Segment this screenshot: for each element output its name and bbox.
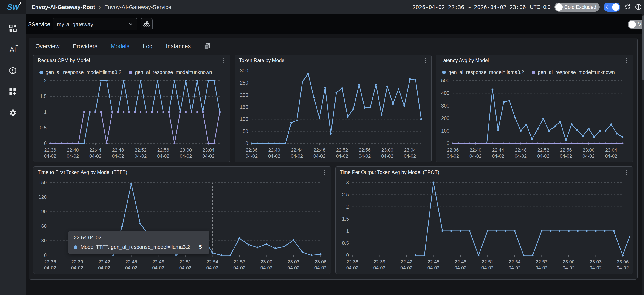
svg-text:04-02: 04-02 [336,153,348,159]
legend-dot-icon [442,70,446,74]
svg-text:22:57: 22:57 [234,259,245,265]
svg-text:200: 200 [240,92,248,98]
line-chart[interactable]: 010020030040050022:3604-0222:4004-0222:4… [439,77,630,161]
tab-providers[interactable]: Providers [73,43,98,50]
tab-bar: Overview Providers Models Log Instances [29,38,637,55]
svg-text:22:45: 22:45 [125,259,137,265]
time-range-picker[interactable]: 2026-04-02 22:36 ~ 2026-04-02 23:06 [412,4,526,10]
line-chart[interactable]: 030609012015022:3604-0222:3904-0222:4204… [36,179,328,273]
scrollbar-thumb[interactable] [642,15,644,80]
svg-text:22:40: 22:40 [470,147,482,153]
svg-text:04-02: 04-02 [71,265,83,271]
card-header: Time to First Token Avg by Model (TTFT) [33,167,331,178]
dark-mode-toggle[interactable]: ☾ [604,2,620,11]
variables-toggle[interactable]: V [628,20,644,29]
sidebar-item-alerting[interactable] [0,66,26,75]
svg-text:04-02: 04-02 [125,265,137,271]
card-body: 030609012015022:3604-0222:3904-0222:4204… [33,178,331,274]
gear-icon [9,109,17,117]
cold-excluded-toggle[interactable]: Cold Excluded [554,2,600,11]
scrollbar[interactable] [642,14,644,295]
svg-text:23:00: 23:00 [260,259,272,265]
svg-text:04-02: 04-02 [260,265,272,271]
svg-text:22:40: 22:40 [67,147,79,153]
series-dot [74,245,78,249]
svg-text:22:39: 22:39 [374,259,385,265]
main-content: Overview Providers Models Log Instances [26,34,644,295]
kebab-menu-icon[interactable] [222,56,226,64]
card-title: Request CPM by Model [38,58,90,63]
refresh-icon [624,3,631,11]
svg-text:2: 2 [346,204,349,210]
info-icon [635,3,642,11]
svg-text:22:57: 22:57 [536,259,547,265]
tab-models[interactable]: Models [111,43,130,50]
tab-log[interactable]: Log [143,43,152,50]
card-header: Latency Avg by Model [436,55,633,66]
sidebar-item-dashboards[interactable] [0,24,26,33]
sidebar-item-ai-pipeline[interactable]: Ai✦ [0,45,26,54]
timezone-label[interactable]: UTC+0:0 [530,4,550,10]
svg-text:04-02: 04-02 [157,153,169,159]
line-chart[interactable]: 00.511.5222:3604-0222:4004-0222:4404-022… [36,77,228,161]
svg-text:22:56: 22:56 [560,147,572,153]
svg-text:22:44: 22:44 [90,147,102,153]
card-token-rate: Token Rate by Model 05010015020025030022… [234,55,432,162]
svg-text:300: 300 [240,68,248,73]
marketplace-icon [9,88,16,95]
svg-text:22:36: 22:36 [44,259,56,265]
svg-text:150: 150 [240,104,248,110]
card-body: gen_ai_response_model=llama3.2gen_ai_res… [33,66,230,162]
svg-text:3: 3 [346,180,349,185]
legend-dot-icon [532,70,535,74]
sidebar-item-marketplace[interactable] [0,87,26,96]
refresh-button[interactable] [624,3,631,11]
skywalking-logo[interactable]: Sw [0,0,26,14]
svg-text:04-02: 04-02 [180,153,192,159]
card-body: 00.511.522.5322:3604-0222:3904-0222:4204… [336,178,633,274]
service-select[interactable]: my-ai-gateway [53,18,137,30]
breadcrumb-leaf[interactable]: Envoy-AI-Gateway-Service [104,4,171,10]
svg-text:0: 0 [44,253,47,258]
tab-instances[interactable]: Instances [166,43,191,50]
card-request-cpm: Request CPM by Model gen_ai_response_mod… [33,55,230,162]
legend-label: gen_ai_response_model=unknown [538,69,615,75]
topology-button[interactable] [140,18,152,30]
svg-text:90: 90 [41,209,47,214]
tab-overview[interactable]: Overview [35,43,60,50]
legend-item[interactable]: gen_ai_response_model=llama3.2 [442,69,524,75]
sidebar-item-settings[interactable] [0,108,26,117]
legend-item[interactable]: gen_ai_response_model=llama3.2 [40,69,122,75]
kebab-menu-icon[interactable] [625,168,628,176]
svg-text:1: 1 [346,228,349,234]
legend-dot-icon [40,70,43,74]
legend-item[interactable]: gen_ai_response_model=unknown [129,69,212,75]
line-chart[interactable]: 00.511.522.5322:3604-0222:3904-0222:4204… [338,179,630,273]
svg-text:04-02: 04-02 [404,153,416,159]
chart-row-2: Time to First Token Avg by Model (TTFT) … [29,166,637,274]
card-body: gen_ai_response_model=llama3.2gen_ai_res… [436,66,633,162]
breadcrumb-root[interactable]: Envoy-AI-Gateway-Root [32,4,95,10]
kebab-menu-icon[interactable] [625,56,628,64]
info-button[interactable] [635,3,642,11]
svg-text:60: 60 [41,223,47,229]
svg-text:22:54: 22:54 [206,259,218,265]
kebab-menu-icon[interactable] [424,56,427,64]
chevron-down-icon [128,22,133,26]
line-chart[interactable]: 05010015020025030022:3604-0222:4004-0222… [238,67,429,161]
svg-text:22:56: 22:56 [358,147,370,153]
svg-text:0.5: 0.5 [40,125,47,130]
legend-item[interactable]: gen_ai_response_model=unknown [532,69,615,75]
svg-text:120: 120 [38,194,47,200]
toggle-knob [612,3,620,11]
copy-dashboard-icon[interactable] [204,43,210,50]
chart-area: 030609012015022:3604-0222:3904-0222:4204… [36,179,328,273]
card-header: Time Per Output Token Avg by Model (TPOT… [336,167,633,178]
svg-text:04-02: 04-02 [44,153,56,159]
svg-text:150: 150 [38,180,47,185]
svg-text:2.5: 2.5 [342,192,349,197]
svg-text:23:06: 23:06 [617,259,628,265]
svg-text:04-02: 04-02 [89,153,102,159]
kebab-menu-icon[interactable] [323,168,326,176]
svg-text:22:56: 22:56 [157,147,169,153]
